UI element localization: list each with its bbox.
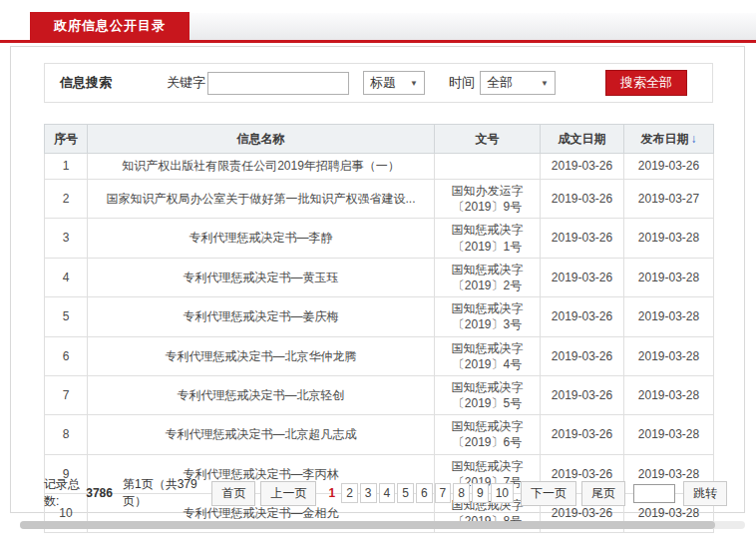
search-bar: 信息搜索 关键字 标题 ▼ 时间 全部 ▼ 搜索全部: [44, 63, 713, 103]
jump-page-input[interactable]: [633, 484, 675, 503]
time-label: 时间: [449, 74, 475, 92]
cell-docno: 国知惩戒决字〔2019〕5号: [435, 375, 541, 414]
col-header-index: 序号: [45, 125, 88, 154]
cell-publish-date: 2019-03-28: [624, 297, 714, 336]
chevron-down-icon: ▼: [410, 79, 418, 88]
cell-docno: 国知惩戒决字〔2019〕4号: [435, 336, 541, 375]
horizontal-scrollbar-track[interactable]: [20, 521, 745, 529]
cell-name-link[interactable]: 专利代理惩戒决定书—北京华仲龙腾: [88, 336, 435, 375]
cell-docno: 国知惩戒决字〔2019〕2号: [435, 258, 541, 296]
table-row: 8 专利代理惩戒决定书—北京超凡志成 国知惩戒决字〔2019〕6号 2019-0…: [45, 415, 714, 454]
sort-desc-icon: ↓: [691, 132, 697, 146]
keyword-input[interactable]: [207, 72, 349, 95]
cell-index: 7: [45, 375, 88, 414]
cell-docno: 国知惩戒决字〔2019〕3号: [435, 297, 541, 336]
cell-index: 2: [45, 180, 88, 219]
col-header-publish-date-label: 发布日期: [641, 132, 689, 146]
page-number-button[interactable]: 3: [360, 483, 377, 503]
cell-publish-date: 2019-03-28: [624, 219, 714, 258]
record-total-label: 记录总数:: [44, 476, 83, 510]
cell-written-date: 2019-03-26: [541, 297, 624, 336]
cell-written-date: 2019-03-26: [541, 375, 624, 414]
jump-button[interactable]: 跳转: [683, 481, 727, 506]
page: 政府信息公开目录 信息搜索 关键字 标题 ▼ 时间 全部 ▼ 搜索全部: [0, 0, 756, 550]
cell-name-link[interactable]: 专利代理惩戒决定书—姜庆梅: [88, 297, 435, 336]
table-row: 7 专利代理惩戒决定书—北京轻创 国知惩戒决字〔2019〕5号 2019-03-…: [45, 375, 714, 414]
table-row: 6 专利代理惩戒决定书—北京华仲龙腾 国知惩戒决字〔2019〕4号 2019-0…: [45, 336, 714, 375]
col-header-publish-date[interactable]: 发布日期↓: [624, 125, 714, 154]
table-row: 4 专利代理惩戒决定书—黄玉珏 国知惩戒决字〔2019〕2号 2019-03-2…: [45, 258, 714, 296]
cell-docno: [435, 154, 541, 180]
page-number-button[interactable]: 8: [453, 483, 470, 503]
page-number-button[interactable]: 7: [435, 483, 452, 503]
page-number-button[interactable]: 5: [397, 483, 414, 503]
record-total-value: 3786: [86, 486, 113, 500]
current-page-indicator: 1: [325, 483, 338, 503]
last-page-button[interactable]: 尾页: [581, 481, 625, 506]
cell-name-link[interactable]: 专利代理惩戒决定书—北京超凡志成: [88, 415, 435, 454]
cell-written-date: 2019-03-26: [541, 336, 624, 375]
col-header-name: 信息名称: [88, 125, 435, 154]
search-section-label: 信息搜索: [60, 74, 112, 92]
cell-written-date: 2019-03-26: [541, 219, 624, 258]
page-number-button[interactable]: 4: [379, 483, 396, 503]
cell-publish-date: 2019-03-28: [624, 415, 714, 454]
results-table: 序号 信息名称 文号 成文日期 发布日期↓ 1 知识产权出版社有限责任公司201…: [44, 124, 714, 533]
table-header-row: 序号 信息名称 文号 成文日期 发布日期↓: [45, 125, 714, 154]
cell-name-link[interactable]: 专利代理惩戒决定书—李静: [88, 219, 435, 258]
cell-index: 5: [45, 297, 88, 336]
tab-bar: 政府信息公开目录: [0, 0, 756, 43]
cell-publish-date: 2019-03-26: [624, 154, 714, 180]
cell-index: 1: [45, 154, 88, 180]
cell-written-date: 2019-03-26: [541, 154, 624, 180]
time-select[interactable]: 全部 ▼: [480, 71, 556, 95]
page-info: 第1页（共379页）: [123, 476, 197, 510]
cell-name-link[interactable]: 专利代理惩戒决定书—黄玉珏: [88, 258, 435, 296]
cell-written-date: 2019-03-26: [541, 415, 624, 454]
cell-docno: 国知惩戒决字〔2019〕1号: [435, 219, 541, 258]
cell-index: 8: [45, 415, 88, 454]
cell-publish-date: 2019-03-28: [624, 375, 714, 414]
tab-bar-divider: [0, 40, 756, 43]
cell-index: 4: [45, 258, 88, 296]
table-row: 5 专利代理惩戒决定书—姜庆梅 国知惩戒决字〔2019〕3号 2019-03-2…: [45, 297, 714, 336]
table-row: 2 国家知识产权局办公室关于做好第一批知识产权强省建设... 国知办发运字〔20…: [45, 180, 714, 219]
prev-page-button[interactable]: 上一页: [260, 481, 316, 506]
chevron-down-icon: ▼: [541, 79, 549, 88]
pagination-bar: 记录总数: 3786 第1页（共379页） 首页 上一页 1 2 3 4 5 6…: [44, 476, 732, 510]
search-all-button[interactable]: 搜索全部: [605, 70, 687, 96]
tab-gov-info-directory[interactable]: 政府信息公开目录: [30, 12, 189, 40]
cell-publish-date: 2019-03-28: [624, 336, 714, 375]
cell-index: 6: [45, 336, 88, 375]
table-row: 1 知识产权出版社有限责任公司2019年招聘启事（一） 2019-03-26 2…: [45, 154, 714, 180]
cell-docno: 国知惩戒决字〔2019〕6号: [435, 415, 541, 454]
page-number-button[interactable]: 2: [341, 483, 358, 503]
next-page-button[interactable]: 下一页: [521, 481, 576, 506]
col-header-docno: 文号: [435, 125, 541, 154]
cell-publish-date: 2019-03-28: [624, 258, 714, 296]
field-select-value: 标题: [370, 74, 396, 92]
cell-docno: 国知办发运字〔2019〕9号: [435, 180, 541, 219]
horizontal-scrollbar-thumb[interactable]: [20, 521, 715, 529]
content-panel: 信息搜索 关键字 标题 ▼ 时间 全部 ▼ 搜索全部 序号 信: [10, 46, 745, 513]
cell-index: 3: [45, 219, 88, 258]
time-select-value: 全部: [487, 74, 513, 92]
table-row: 3 专利代理惩戒决定书—李静 国知惩戒决字〔2019〕1号 2019-03-26…: [45, 219, 714, 258]
page-number-button[interactable]: 10: [491, 483, 514, 503]
cell-publish-date: 2019-03-27: [624, 180, 714, 219]
cell-written-date: 2019-03-26: [541, 258, 624, 296]
keyword-label: 关键字: [167, 74, 205, 92]
first-page-button[interactable]: 首页: [211, 481, 255, 506]
page-number-button[interactable]: 9: [472, 483, 489, 503]
cell-name-link[interactable]: 知识产权出版社有限责任公司2019年招聘启事（一）: [88, 154, 435, 180]
cell-name-link[interactable]: 专利代理惩戒决定书—北京轻创: [88, 375, 435, 414]
page-number-button[interactable]: 6: [416, 483, 433, 503]
cell-written-date: 2019-03-26: [541, 180, 624, 219]
col-header-written-date: 成文日期: [541, 125, 624, 154]
field-select[interactable]: 标题 ▼: [363, 71, 425, 95]
cell-name-link[interactable]: 国家知识产权局办公室关于做好第一批知识产权强省建设...: [88, 180, 435, 219]
